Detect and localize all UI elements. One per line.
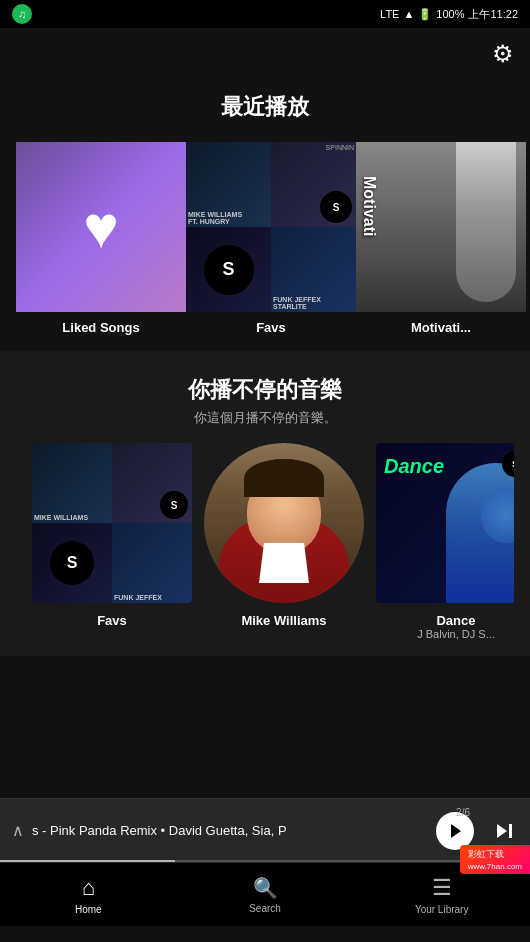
nonstop-title: 你播不停的音樂 xyxy=(16,375,514,405)
nonstop-item-dance[interactable]: Dance S Dance J Balvin, DJ S... xyxy=(376,443,514,640)
search-label: Search xyxy=(249,903,281,914)
home-label: Home xyxy=(75,904,102,915)
nonstop-grid: MIKE WILLIAMS S S FUNK JEFFEX Favs xyxy=(16,443,514,640)
main-content: ⚙ 最近播放 ♥ Liked Songs MIKE WILLIAMSFT. xyxy=(0,28,530,798)
spinnin-nc3: S xyxy=(50,541,94,585)
favs-label: Favs xyxy=(256,320,286,335)
mike-shirt xyxy=(259,543,309,583)
liked-songs-label: Liked Songs xyxy=(62,320,139,335)
recently-played-section: 最近播放 ♥ Liked Songs MIKE WILLIAMSFT. HUNG… xyxy=(0,68,530,351)
watermark-url: www.7han.com xyxy=(468,862,522,871)
recent-grid: ♥ Liked Songs MIKE WILLIAMSFT. HUNGRY xyxy=(16,142,514,335)
skip-icon xyxy=(492,819,516,843)
favs-collage: MIKE WILLIAMSFT. HUNGRY SPINNIN S S xyxy=(186,142,356,312)
liked-songs-art: ♥ xyxy=(16,142,186,312)
spinnin-nc2: S xyxy=(160,491,188,519)
signal-indicator: LTE xyxy=(380,8,399,20)
recently-played-title: 最近播放 xyxy=(16,92,514,122)
motivation-label-overlay: Motivati xyxy=(356,172,382,240)
recent-item-favs[interactable]: MIKE WILLIAMSFT. HUNGRY SPINNIN S S xyxy=(186,142,356,335)
home-icon: ⌂ xyxy=(82,875,95,901)
settings-icon: ⚙ xyxy=(492,40,514,67)
nonstop-favs-art: MIKE WILLIAMS S S FUNK JEFFEX xyxy=(32,443,192,603)
svg-rect-2 xyxy=(509,824,512,838)
playback-controls xyxy=(436,812,518,850)
nonstop-section: 你播不停的音樂 你這個月播不停的音樂。 MIKE WILLIAMS S S xyxy=(0,351,530,656)
status-bar: ♫ LTE ▲ 🔋 100% 上午11:22 xyxy=(0,0,530,28)
motivation-label: Motivati... xyxy=(411,320,471,335)
skip-button[interactable] xyxy=(490,817,518,845)
battery-level: 100% xyxy=(436,8,464,20)
bottom-spacer xyxy=(0,656,530,696)
header-toolbar: ⚙ xyxy=(0,28,530,68)
motivation-art: Motivati xyxy=(356,142,526,312)
status-left: ♫ xyxy=(12,4,32,24)
spinnin-logo-3: S xyxy=(204,245,254,295)
signal-bars: ▲ xyxy=(403,8,414,20)
nav-library[interactable]: ☰ Your Library xyxy=(353,875,530,915)
library-icon: ☰ xyxy=(432,875,452,901)
svg-marker-1 xyxy=(497,824,507,838)
body-silhouette xyxy=(456,142,516,302)
favs-cell-2: SPINNIN S xyxy=(271,142,356,227)
play-icon xyxy=(448,823,464,839)
nc-3: S xyxy=(32,523,112,603)
recent-item-liked-songs[interactable]: ♥ Liked Songs xyxy=(16,142,186,335)
time-display: 上午11:22 xyxy=(468,7,518,22)
favs-art: MIKE WILLIAMSFT. HUNGRY SPINNIN S S xyxy=(186,142,356,312)
track-text: s - Pink Panda Remix • David Guetta, Sia… xyxy=(32,823,436,838)
nc-2: S xyxy=(112,443,192,523)
status-right: LTE ▲ 🔋 100% 上午11:22 xyxy=(380,7,518,22)
watermark: 彩虹下载 www.7han.com xyxy=(460,845,530,874)
watermark-text: 彩虹下载 xyxy=(468,849,504,859)
battery-icon: 🔋 xyxy=(418,8,432,21)
nonstop-dance-sublabel: J Balvin, DJ S... xyxy=(417,628,495,640)
watermark-badge: 彩虹下载 www.7han.com xyxy=(460,845,530,874)
queue-indicator: 2/6 xyxy=(456,807,470,818)
mike-hair xyxy=(244,459,324,497)
nonstop-item-mike[interactable]: Mike Williams xyxy=(204,443,364,640)
nonstop-favs-label: Favs xyxy=(97,613,127,628)
heart-icon: ♥ xyxy=(83,193,119,262)
favs-cell-3: S xyxy=(186,227,271,312)
dance-art: Dance S xyxy=(376,443,514,603)
mike-williams-art xyxy=(204,443,364,603)
recent-item-motivation[interactable]: Motivati Motivati... xyxy=(356,142,526,335)
svg-marker-0 xyxy=(451,824,461,838)
library-label: Your Library xyxy=(415,904,469,915)
favs-cell-4: FUNK JEFFEXSTARLITE xyxy=(271,227,356,312)
progress-bar-container xyxy=(0,860,530,862)
nonstop-dance-label: Dance xyxy=(436,613,475,628)
nav-search[interactable]: 🔍 Search xyxy=(177,876,354,914)
nc-1: MIKE WILLIAMS xyxy=(32,443,112,523)
spotify-icon: ♫ xyxy=(12,4,32,24)
collapse-button[interactable]: ∧ xyxy=(12,821,24,840)
nonstop-item-favs[interactable]: MIKE WILLIAMS S S FUNK JEFFEX Favs xyxy=(32,443,192,640)
nonstop-mike-label: Mike Williams xyxy=(241,613,326,628)
now-playing-bar[interactable]: ∧ s - Pink Panda Remix • David Guetta, S… xyxy=(0,798,530,862)
dance-label-overlay: Dance xyxy=(384,455,444,478)
search-icon: 🔍 xyxy=(253,876,278,900)
track-info: s - Pink Panda Remix • David Guetta, Sia… xyxy=(32,823,436,838)
nc-4: FUNK JEFFEX xyxy=(112,523,192,603)
nav-home[interactable]: ⌂ Home xyxy=(0,875,177,915)
spinnin-logo-2: S xyxy=(320,191,352,223)
favs-cell-1: MIKE WILLIAMSFT. HUNGRY xyxy=(186,142,271,227)
bottom-nav: ⌂ Home 🔍 Search ☰ Your Library xyxy=(0,862,530,926)
nonstop-subtitle: 你這個月播不停的音樂。 xyxy=(16,409,514,427)
settings-button[interactable]: ⚙ xyxy=(492,40,514,68)
progress-bar-fill xyxy=(0,860,175,862)
